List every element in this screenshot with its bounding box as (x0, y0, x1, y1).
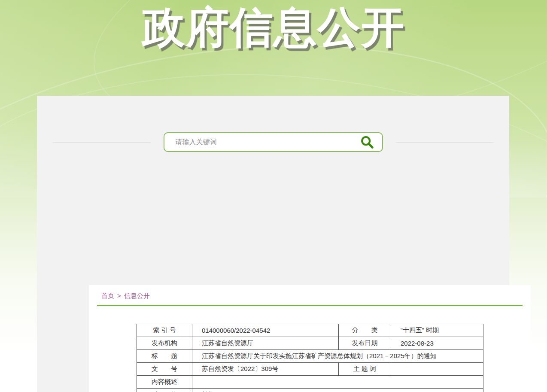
search-button[interactable] (357, 135, 382, 149)
table-row-summary: 内容概述 (137, 376, 483, 389)
table-row-agency: 发布机构 江苏省自然资源厅 发布日期 2022-08-23 (137, 337, 483, 350)
validity-label: 时 效 (137, 389, 192, 392)
breadcrumb-home-link[interactable]: 首页 (101, 292, 114, 299)
search-input[interactable] (164, 134, 357, 151)
left-divider-line (53, 142, 151, 143)
index-number-label: 索 引 号 (137, 324, 192, 337)
doc-title-value: 江苏省自然资源厅关于印发实施江苏省矿产资源总体规划（2021－2025年）的通知 (192, 350, 483, 363)
validity-value: 长期 (192, 389, 483, 392)
inner-panel: 首页>信息公开 索 引 号 014000060/2022-04542 分 类 “… (89, 285, 531, 392)
content-summary-value (192, 376, 483, 389)
document-number-value: 苏自然资发〔2022〕309号 (192, 363, 339, 376)
table-row-validity: 时 效 长期 (137, 389, 483, 392)
doc-title-label: 标 题 (137, 350, 192, 363)
publishing-agency-value: 江苏省自然资源厅 (192, 337, 339, 350)
content-summary-label: 内容概述 (137, 376, 192, 389)
publishing-agency-label: 发布机构 (137, 337, 192, 350)
publish-date-label: 发布日期 (339, 337, 391, 350)
classification-value: “十四五” 时期 (391, 324, 483, 337)
page-title: 政府信息公开 (0, 3, 547, 52)
index-number-value: 014000060/2022-04542 (192, 324, 339, 337)
page-background: 政府信息公开 首页>信息公开 (0, 0, 547, 392)
table-row-title: 标 题 江苏省自然资源厅关于印发实施江苏省矿产资源总体规划（2021－2025年… (137, 350, 483, 363)
breadcrumb: 首页>信息公开 (101, 292, 150, 300)
search-section (37, 132, 509, 152)
subject-words-label: 主 题 词 (339, 363, 391, 376)
search-box (164, 132, 383, 152)
content-panel: 首页>信息公开 索 引 号 014000060/2022-04542 分 类 “… (37, 96, 509, 392)
subject-words-value (391, 363, 483, 376)
right-divider-line (396, 142, 494, 143)
table-row-docnumber: 文 号 苏自然资发〔2022〕309号 主 题 词 (137, 363, 483, 376)
publish-date-value: 2022-08-23 (391, 337, 483, 350)
breadcrumb-separator: > (117, 292, 121, 299)
document-meta-table: 索 引 号 014000060/2022-04542 分 类 “十四五” 时期 … (137, 324, 483, 392)
document-number-label: 文 号 (137, 363, 192, 376)
classification-label: 分 类 (339, 324, 391, 337)
breadcrumb-current-link[interactable]: 信息公开 (124, 292, 150, 299)
breadcrumb-underline (97, 305, 523, 306)
table-row-index: 索 引 号 014000060/2022-04542 分 类 “十四五” 时期 (137, 324, 483, 337)
search-icon (360, 135, 374, 149)
